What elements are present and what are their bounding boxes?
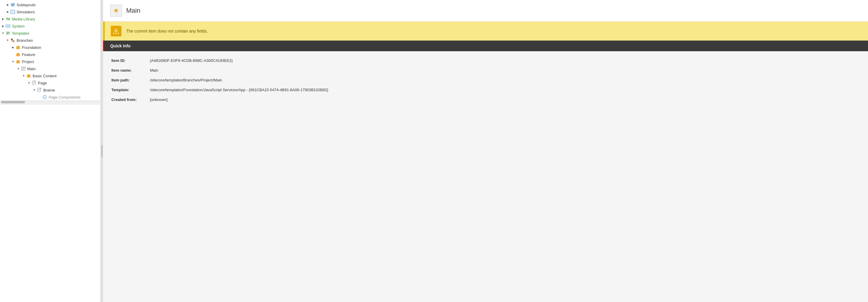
label-simulators: Simulators [17, 10, 35, 14]
info-section: Item ID: {A48169DF-E0F9-4CDB-B98C-A300C4… [103, 51, 868, 114]
header-icon: ★ [110, 5, 122, 16]
value-created-from: [unknown] [150, 97, 860, 102]
page-title: Main [126, 7, 141, 14]
tree-item-feature[interactable]: ▶ Feature [0, 51, 100, 58]
warning-icon [111, 26, 121, 36]
label-branches: Branches [17, 38, 33, 43]
value-template: /sitecore/templates/Foundation/JavaScrip… [150, 88, 860, 92]
h-scroll-thumb [1, 101, 25, 103]
icon-system [5, 23, 11, 29]
quick-info-label: Quick Info [110, 43, 130, 48]
info-row-item-name: Item name: Main [112, 68, 860, 72]
svg-rect-3 [11, 5, 14, 6]
label-item-name: Item name: [112, 68, 150, 72]
tree-item-page-components[interactable]: ▶ Page Components [0, 94, 100, 101]
icon-media-library [5, 16, 11, 22]
svg-point-43 [116, 33, 117, 33]
label-page: Page [38, 81, 47, 85]
svg-rect-2 [13, 4, 14, 5]
icon-branches [10, 38, 16, 43]
icon-foundation [16, 45, 21, 50]
label-basic-content: Basic Content [33, 74, 57, 78]
tree-item-templates[interactable]: ▼ Templates [0, 30, 100, 37]
info-row-item-path: Item path: /sitecore/templates/Branches/… [112, 78, 860, 82]
icon-sname [37, 87, 42, 93]
quick-info-bar: Quick Info [103, 40, 868, 51]
tree-item-main[interactable]: ▼ Main [0, 65, 100, 72]
svg-rect-9 [6, 25, 9, 27]
icon-templates [5, 31, 11, 36]
arrow-media-library: ▶ [1, 16, 5, 21]
tree-item-branches[interactable]: ▼ Branches [0, 37, 100, 44]
tree-item-system[interactable]: ▶ System [0, 23, 100, 30]
arrow-project: ▼ [11, 59, 16, 64]
arrow-branches: ▼ [5, 38, 10, 43]
tree-item-page[interactable]: ▼ Page [0, 79, 100, 87]
svg-rect-21 [17, 53, 19, 54]
icon-sublayouts [10, 2, 16, 7]
label-media-library: Media Library [12, 17, 35, 21]
svg-rect-23 [17, 60, 19, 61]
label-page-components: Page Components [49, 95, 81, 99]
svg-point-6 [6, 18, 8, 19]
label-item-path: Item path: [112, 78, 150, 82]
svg-rect-39 [40, 88, 41, 89]
svg-rect-4 [11, 10, 15, 13]
label-sublayouts: Sublayouts [17, 3, 36, 7]
label-templates: Templates [12, 31, 29, 36]
svg-rect-19 [17, 46, 19, 47]
tree-item-sublayouts[interactable]: ▶ Sublayouts [0, 1, 100, 8]
warning-text: The current item does not contain any fi… [126, 29, 208, 33]
icon-page-components [42, 95, 48, 100]
tree-item-foundation[interactable]: ▶ Foundation [0, 44, 100, 51]
content-header: ★ Main [103, 0, 868, 22]
label-main: Main [27, 67, 36, 71]
arrow-foundation: ▶ [11, 45, 16, 50]
right-content-panel: ★ Main The current item does not contain… [103, 0, 868, 302]
tree-item-sname[interactable]: ▼ $name [0, 87, 100, 94]
splitter-handle [101, 145, 102, 157]
arrow-templates: ▼ [1, 31, 5, 36]
value-item-name: Main [150, 68, 860, 72]
arrow-sname: ▼ [32, 88, 37, 92]
bottom-scroll-bar[interactable] [0, 101, 100, 105]
icon-main [21, 66, 26, 71]
tree-item-media-library[interactable]: ▶ Media Library [0, 15, 100, 23]
label-template: Template: [112, 88, 150, 92]
value-item-path: /sitecore/templates/Branches/Project/Mai… [150, 78, 860, 82]
info-row-item-id: Item ID: {A48169DF-E0F9-4CDB-B98C-A300C4… [112, 58, 860, 63]
icon-page [31, 80, 37, 86]
svg-rect-34 [35, 81, 36, 82]
info-row-template: Template: /sitecore/templates/Foundation… [112, 88, 860, 92]
tree-item-project[interactable]: ▼ Project [0, 58, 100, 65]
label-created-from: Created from: [112, 97, 150, 102]
arrow-simulators: ▶ [5, 9, 10, 14]
star-icon: ★ [113, 7, 119, 14]
tree-item-basic-content[interactable]: ▼ Basic Content [0, 72, 100, 79]
arrow-sublayouts: ▶ [5, 2, 10, 7]
label-feature: Feature [22, 53, 35, 57]
icon-project [16, 59, 21, 64]
icon-basic-content [26, 73, 31, 78]
value-item-id: {A48169DF-E0F9-4CDB-B98C-A300C4193EE2} [150, 58, 860, 63]
svg-rect-14 [11, 38, 13, 40]
svg-rect-1 [11, 4, 13, 5]
label-foundation: Foundation [22, 45, 41, 50]
icon-simulators [10, 9, 16, 14]
label-item-id: Item ID: [112, 58, 150, 63]
label-sname: $name [43, 88, 55, 92]
left-tree-panel: ▶ Sublayouts ▶ Simulators ▶ [0, 0, 101, 302]
panel-splitter[interactable] [101, 0, 103, 302]
arrow-main: ▼ [16, 66, 21, 71]
svg-rect-29 [28, 74, 30, 75]
arrow-page: ▼ [27, 80, 31, 85]
label-system: System [12, 24, 25, 28]
icon-feature [16, 52, 21, 57]
arrow-system: ▶ [1, 24, 5, 28]
label-project: Project [22, 60, 34, 64]
warning-banner: The current item does not contain any fi… [103, 22, 868, 40]
tree-item-simulators[interactable]: ▶ Simulators [0, 8, 100, 15]
info-row-created-from: Created from: [unknown] [112, 97, 860, 102]
arrow-basic-content: ▼ [21, 73, 26, 78]
